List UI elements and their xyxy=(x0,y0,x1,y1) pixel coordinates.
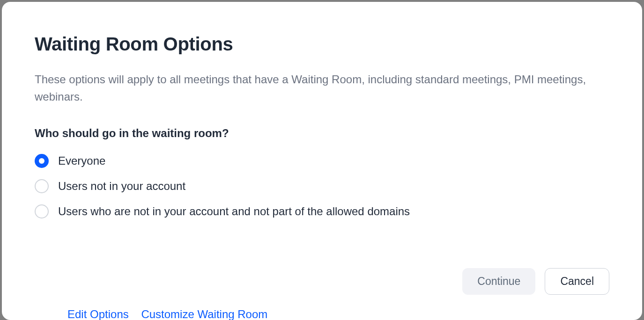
modal-title: Waiting Room Options xyxy=(35,34,609,55)
radio-option-not-in-account-domains[interactable]: Users who are not in your account and no… xyxy=(35,204,609,218)
waiting-room-options-modal: Waiting Room Options These options will … xyxy=(2,2,642,320)
radio-icon xyxy=(35,179,49,193)
background-obscured-text: Edit Options Customize Waiting Room xyxy=(67,308,267,320)
customize-waiting-room-link: Customize Waiting Room xyxy=(141,308,267,320)
continue-button[interactable]: Continue xyxy=(462,268,535,295)
radio-option-not-in-account[interactable]: Users not in your account xyxy=(35,179,609,193)
cancel-button[interactable]: Cancel xyxy=(545,268,609,295)
modal-description: These options will apply to all meetings… xyxy=(35,71,609,105)
edit-options-link: Edit Options xyxy=(67,308,129,320)
question-label: Who should go in the waiting room? xyxy=(35,127,609,140)
radio-label: Users not in your account xyxy=(58,180,185,193)
button-row: Continue Cancel xyxy=(35,268,609,306)
radio-icon xyxy=(35,154,49,168)
radio-group-who-waiting-room: Everyone Users not in your account Users… xyxy=(35,154,609,218)
radio-label: Users who are not in your account and no… xyxy=(58,205,410,218)
radio-icon xyxy=(35,204,49,218)
radio-label: Everyone xyxy=(58,154,105,167)
radio-option-everyone[interactable]: Everyone xyxy=(35,154,609,168)
